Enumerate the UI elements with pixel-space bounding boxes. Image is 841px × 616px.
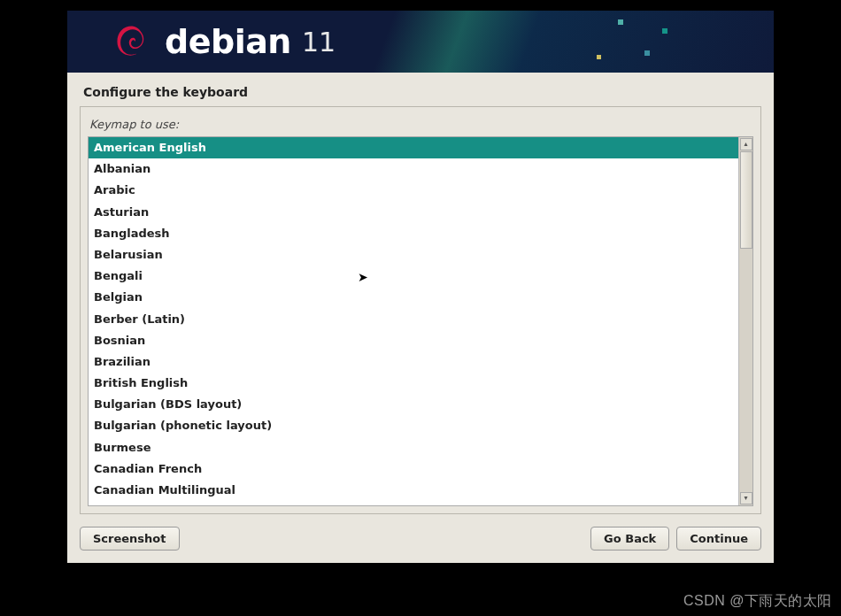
list-item[interactable]: Bangladesh bbox=[89, 223, 738, 244]
page-title: Configure the keyboard bbox=[67, 73, 774, 106]
list-item[interactable]: Bulgarian (BDS layout) bbox=[89, 394, 738, 415]
watermark: CSDN @下雨天的太阳 bbox=[683, 592, 832, 611]
screenshot-button[interactable]: Screenshot bbox=[80, 527, 180, 551]
scroll-down-button[interactable]: ▾ bbox=[740, 492, 752, 504]
scroll-track[interactable] bbox=[740, 151, 752, 491]
keymap-list-wrap: American EnglishAlbanianArabicAsturianBa… bbox=[88, 136, 753, 506]
list-item[interactable]: Brazilian bbox=[89, 351, 738, 373]
list-item[interactable]: Berber (Latin) bbox=[89, 309, 738, 330]
list-item[interactable]: Bulgarian (phonetic layout) bbox=[89, 415, 738, 436]
list-item[interactable]: Bengali bbox=[89, 266, 738, 287]
list-item[interactable]: Asturian bbox=[89, 202, 738, 223]
brand-name: debian bbox=[165, 22, 291, 61]
list-item[interactable]: Canadian French bbox=[89, 458, 738, 480]
list-item[interactable]: Arabic bbox=[89, 180, 738, 201]
list-item[interactable]: Burmese bbox=[89, 437, 738, 458]
continue-button[interactable]: Continue bbox=[676, 527, 761, 551]
scrollbar[interactable]: ▴ ▾ bbox=[738, 137, 752, 505]
list-item[interactable]: Bosnian bbox=[89, 330, 738, 351]
banner-decoration bbox=[437, 11, 774, 73]
list-item[interactable]: Belgian bbox=[89, 287, 738, 308]
list-item[interactable]: Belarusian bbox=[89, 244, 738, 266]
keymap-field-label: Keymap to use: bbox=[88, 114, 753, 136]
go-back-button[interactable]: Go Back bbox=[590, 527, 669, 551]
installer-window: debian 11 Configure the keyboard Keymap … bbox=[67, 11, 774, 563]
list-item[interactable]: Albanian bbox=[89, 158, 738, 180]
scroll-thumb[interactable] bbox=[740, 151, 752, 249]
brand-version: 11 bbox=[302, 27, 336, 58]
list-item[interactable]: American English bbox=[89, 137, 738, 158]
header-banner: debian 11 bbox=[67, 11, 774, 73]
list-item[interactable]: British English bbox=[89, 373, 738, 394]
debian-swirl-icon bbox=[112, 21, 152, 62]
scroll-up-button[interactable]: ▴ bbox=[740, 138, 752, 150]
keymap-list[interactable]: American EnglishAlbanianArabicAsturianBa… bbox=[89, 137, 738, 505]
button-bar: Screenshot Go Back Continue bbox=[67, 521, 774, 563]
list-item[interactable]: Canadian Multilingual bbox=[89, 480, 738, 501]
content-frame: Keymap to use: American EnglishAlbanianA… bbox=[80, 106, 761, 514]
